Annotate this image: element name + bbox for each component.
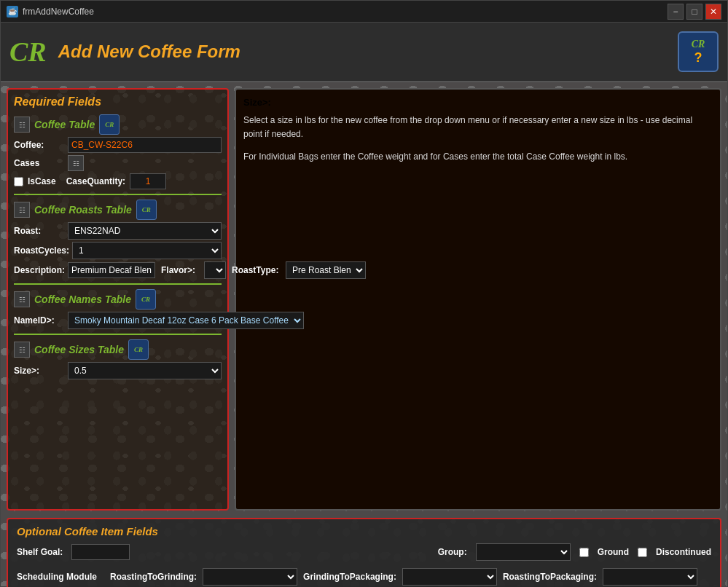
info-panel-title: Size>: [243,97,713,108]
roasts-table-icon[interactable]: ☷ [14,202,30,218]
roasting-to-packaging-select[interactable] [603,568,697,586]
roasting-to-packaging-label: RoastingToPackaging: [503,572,597,582]
maximize-button[interactable]: □ [686,4,702,20]
iscase-label: IsCase [28,176,56,186]
coffee-table-icon[interactable]: ☷ [14,117,30,133]
cases-icon[interactable]: ☷ [68,155,84,171]
help-logo: CR [692,39,705,50]
sizes-cr-badge: CR [128,339,149,360]
coffee-sizes-label: ☷ Coffee Sizes Table CR [14,339,222,360]
main-window: ☕ frmAddNewCoffee − □ ✕ CR Add New Coffe… [0,0,728,587]
optional-fields-title: Optional Coffee Item Fields [17,525,711,537]
size-row: Size>: 0.5 [14,362,222,379]
window-icon: ☕ [7,6,18,17]
optional-row-2: Scheduling Module RoastingToGrinding: Gr… [17,568,711,586]
names-table-icon[interactable]: ☷ [14,291,30,307]
app-logo: CR [9,36,47,68]
cases-field-row: Cases ☷ [14,155,222,171]
description-label: Description: [14,265,65,275]
help-button[interactable]: CR ? [678,31,719,72]
coffee-label: Coffee: [14,140,65,150]
coffee-table-cr-badge: CR [99,114,120,135]
roast-select[interactable]: ENS22NAD [68,222,222,240]
grinding-to-packaging-select[interactable] [402,568,497,586]
required-fields-panel: Required Fields ☷ Coffee Table CR Coffee… [7,88,229,511]
required-fields-title: Required Fields [14,95,222,109]
coffee-input[interactable] [68,137,222,153]
app-title: Add New Coffee Form [58,42,678,62]
title-bar: ☕ frmAddNewCoffee − □ ✕ [1,1,727,23]
group-select[interactable] [476,543,571,561]
coffee-field-row: Coffee: [14,137,222,153]
coffee-roasts-label: ☷ Coffee Roasts Table CR [14,200,222,220]
coffee-names-label: ☷ Coffee Names Table CR [14,289,222,310]
shelf-goal-input[interactable] [71,544,130,560]
info-panel-text2: For Individual Bags enter the Coffee wei… [243,150,713,164]
divider-3 [14,334,222,335]
coffee-table-label: ☷ Coffee Table CR [14,114,222,135]
sizes-table-icon[interactable]: ☷ [14,342,30,358]
ground-label: Ground [598,547,629,557]
nameid-row: NameID>: Smoky Mountain Decaf 12oz Case … [14,312,222,329]
roastcycles-row: RoastCycles: 1 [14,242,222,259]
discontinued-label: Discontinued [656,547,711,557]
coffee-roasts-section: ☷ Coffee Roasts Table CR Roast: ENS22NAD [14,200,222,279]
roastcycles-select[interactable]: 1 [72,242,222,259]
roasttype-select[interactable]: Pre Roast Blend [286,261,366,279]
info-panel-text1: Select a size in lbs for the new coffee … [243,114,713,141]
help-symbol: ? [694,50,702,66]
coffee-names-section: ☷ Coffee Names Table CR NameID>: Smoky M… [14,289,222,329]
roasttype-label: RoastType: [232,265,283,275]
flavor-select[interactable] [204,261,226,279]
flavor-label: Flavor>: [161,265,201,275]
close-button[interactable]: ✕ [705,4,721,20]
info-panel: Size>: Select a size in lbs for the new … [235,88,721,511]
nameid-select[interactable]: Smoky Mountain Decaf 12oz Case 6 Pack Ba… [68,312,304,329]
roast-field-row: Roast: ENS22NAD [14,222,222,240]
roastcycles-label: RoastCycles: [14,245,69,256]
scheduling-module-label: Scheduling Module [17,572,104,582]
optional-row-1: Shelf Goal: Group: Ground Discontinued [17,543,711,561]
group-label: Group: [438,547,467,557]
case-quantity-input[interactable] [130,173,166,189]
size-select[interactable]: 0.5 [68,362,222,379]
app-header: CR Add New Coffee Form CR ? [1,23,727,82]
description-row: Description: Flavor>: RoastType: Pre Roa… [14,261,222,279]
size-label: Size>: [14,366,65,376]
coffee-table-section: ☷ Coffee Table CR Coffee: Cases ☷ [14,114,222,189]
cases-label: Cases [14,158,65,168]
discontinued-checkbox[interactable] [638,548,647,557]
coffee-sizes-section: ☷ Coffee Sizes Table CR Size>: 0.5 [14,339,222,379]
nameid-label: NameID>: [14,315,65,326]
optional-fields-panel: Optional Coffee Item Fields Shelf Goal: … [7,518,721,587]
description-input[interactable] [68,262,155,278]
ground-checkbox[interactable] [579,548,589,557]
names-cr-badge: CR [136,289,156,310]
divider-1 [14,194,222,195]
roasting-to-grinding-label: RoastingToGrinding: [110,572,197,582]
divider-2 [14,283,222,285]
window-controls: − □ ✕ [668,4,721,20]
shelf-goal-label: Shelf Goal: [17,547,63,557]
roasting-to-grinding-select[interactable] [203,568,297,586]
grinding-to-packaging-label: GrindingToPackaging: [303,572,396,582]
roasts-cr-badge: CR [136,200,157,220]
window-title: frmAddNewCoffee [23,7,668,17]
roast-label: Roast: [14,226,65,236]
case-quantity-label: CaseQuantity: [66,176,125,186]
iscase-checkbox[interactable] [14,177,23,186]
minimize-button[interactable]: − [668,4,684,20]
iscase-row: IsCase CaseQuantity: [14,173,222,189]
